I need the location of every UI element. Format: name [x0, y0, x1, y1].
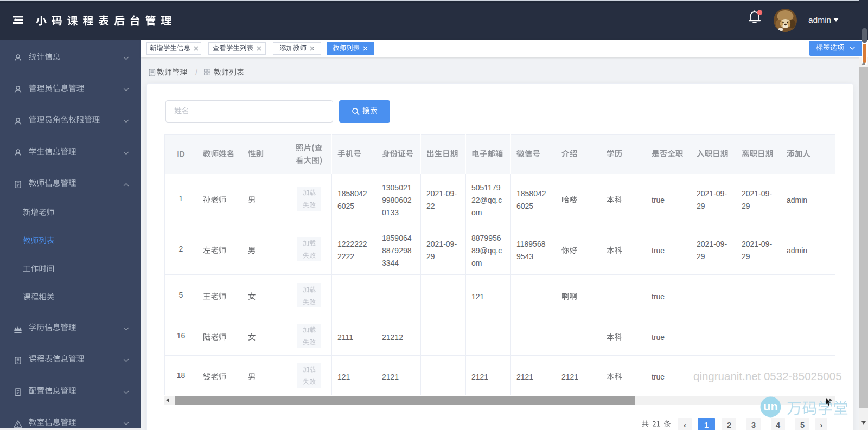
svg-text:un: un	[763, 400, 778, 413]
